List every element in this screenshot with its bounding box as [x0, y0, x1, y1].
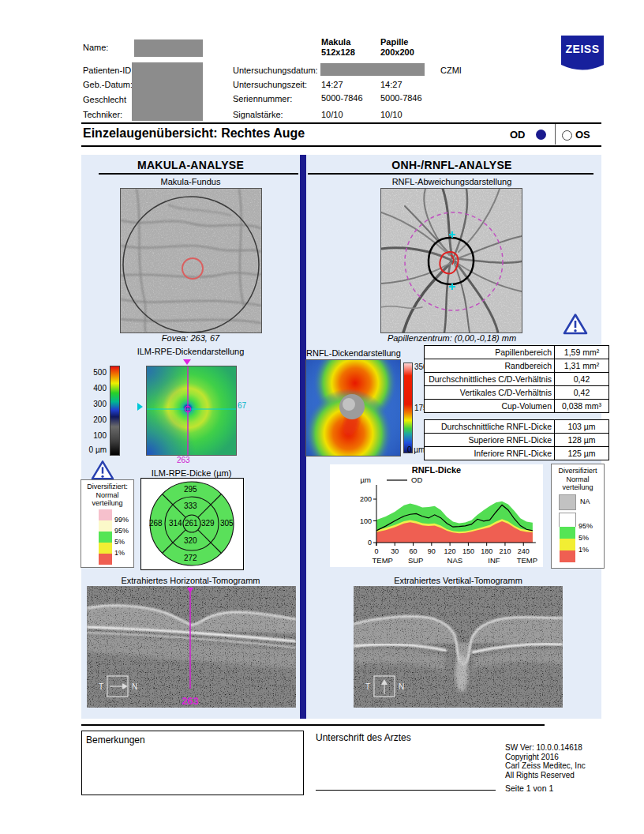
horizontal-tomogram-label: Extrahiertes Horizontal-Tomogramm [81, 576, 300, 586]
legend-colorbar [559, 513, 576, 562]
mac-scale-400: 400 [83, 384, 107, 393]
legend-colorbar [99, 509, 112, 565]
od-radio[interactable] [536, 130, 546, 140]
table-row: Cup-Volumen0,038 mm³ [425, 400, 609, 413]
zeiss-logo: ZEISS [561, 36, 604, 75]
sex-label: Geschlecht [83, 95, 126, 105]
legend-pink-swatch [99, 509, 112, 520]
od-os-divider [555, 124, 556, 145]
rnfl-deviation-label: RNFL-Abweichungsdarstellung [306, 177, 597, 187]
rnfl-chart-title: RNFL-Dicke [330, 464, 543, 475]
rnfl-thickness-colorbar [403, 363, 413, 453]
legend-title-line1: Diversifiziert: [81, 483, 133, 491]
svg-text:TEMP: TEMP [373, 556, 393, 565]
mac-scale-500: 500 [83, 368, 107, 378]
legend-green-swatch [99, 532, 112, 543]
legend-99: 99% [114, 517, 129, 524]
table-row: Inferiore RNFL-Dicke125 µm [425, 447, 609, 460]
rnfl-parameters-table: Durchschnittliche RNFL-Dicke103 µm Super… [424, 419, 609, 460]
svg-text:30: 30 [391, 547, 399, 555]
legend-1: 1% [578, 547, 589, 554]
legend-title-line2: Normal [81, 491, 133, 500]
os-radio[interactable] [562, 130, 572, 141]
etdrs-center: 261 [185, 519, 198, 528]
ilm-rpe-thickness-map [146, 366, 237, 456]
etdrs-outer-temp: 268 [149, 519, 163, 528]
svg-text:100: 100 [360, 517, 372, 525]
legend-title-line2: Normal [552, 475, 604, 484]
makula-section-heading: MAKULA-ANALYSE [81, 159, 300, 171]
os-label: OS [575, 129, 590, 141]
exam-time-papille: 14:27 [380, 80, 402, 90]
exam-time-label: Untersuchungszeit: [233, 80, 307, 90]
device-code: CZMI [440, 66, 462, 76]
legend-title-line3: verteilung [552, 483, 604, 492]
svg-text:TEMP: TEMP [517, 556, 537, 565]
legend-95: 95% [114, 528, 129, 535]
svg-text:T: T [99, 682, 103, 691]
etdrs-inner-inf: 320 [184, 536, 197, 546]
etdrs-inner-temp: 314 [169, 519, 182, 528]
remarks-label: Bemerkungen [86, 734, 145, 746]
legend-white-swatch [559, 513, 576, 527]
makula-fundus-image [120, 188, 262, 333]
legend-1: 1% [114, 550, 125, 557]
svg-text:60: 60 [410, 547, 417, 555]
crosshair-x-value: 263 [177, 456, 190, 465]
crosshair-left-arrow-icon [137, 403, 143, 411]
legend-paleyellow-swatch [99, 520, 112, 532]
vertical-tomogram-image: T N [354, 586, 563, 708]
makula-heading-rule [99, 173, 298, 175]
ilm-rpe-map-label: ILM-RPE-Dickendarstellung [81, 347, 300, 357]
svg-text:0: 0 [374, 547, 378, 555]
rnfl-map-label: RNFL-Dickendarstellung [306, 348, 401, 359]
mac-scale-200: 200 [83, 415, 107, 425]
table-row: Durchschnittliche RNFL-Dicke103 µm [425, 420, 609, 434]
mac-scale-100: 100 [83, 431, 107, 441]
warning-triangle-icon [91, 460, 114, 481]
signature-label: Unterschrift des Arztes [316, 732, 411, 743]
svg-text:T: T [365, 682, 370, 691]
serial-label: Seriennummer: [233, 94, 292, 104]
horizontal-tomogram-image: T N 263 [87, 586, 296, 708]
legend-title-line1: Diversifiziert [552, 467, 604, 475]
svg-text:ZEISS: ZEISS [566, 43, 600, 55]
fovea-caption: Fovea: 263, 67 [81, 333, 300, 344]
legend-95: 95% [578, 523, 593, 530]
mac-scale-0: 0 µm [77, 445, 107, 455]
svg-text:NAS: NAS [447, 556, 463, 565]
serial-makula: 5000-7846 [321, 93, 363, 103]
signal-label: Signalstärke: [233, 110, 283, 120]
legend-title-line3: verteilung [81, 499, 133, 508]
svg-text:OD: OD [411, 475, 422, 484]
etdrs-grid-box: 295 333 268 314 261 329 305 320 272 [140, 478, 244, 570]
legend-red-swatch [99, 554, 112, 565]
rnfl-tsnit-chart: 01002000306090120150180210240TEMPSUPNASI… [330, 475, 543, 566]
page-title: Einzelaugenübersicht: Rechtes Auge [83, 126, 305, 141]
vertical-tomogram-label: Extrahiertes Vertikal-Tomogramm [354, 576, 563, 586]
legend-na-swatch [559, 494, 576, 510]
mac-thickness-colorbar [110, 366, 120, 456]
svg-text:210: 210 [499, 547, 511, 555]
legend-green-swatch [560, 527, 575, 539]
svg-text:180: 180 [481, 547, 492, 555]
exam-date-label: Untersuchungsdatum: [233, 66, 318, 76]
etdrs-outer-inf: 272 [184, 554, 197, 563]
svg-text:200: 200 [360, 495, 372, 503]
table-row: Vertikales C/D-Verhältnis0,42 [425, 386, 609, 400]
svg-text:N: N [399, 682, 404, 691]
legend-yellow-swatch [99, 543, 112, 554]
page-number: Seite 1 von 1 [505, 783, 553, 793]
svg-text:90: 90 [428, 547, 436, 555]
onh-section-heading: ONH-/RNFL-ANALYSE [306, 159, 597, 171]
od-label: OD [510, 129, 526, 141]
svg-text:150: 150 [462, 547, 474, 555]
legend-yellow-swatch [560, 539, 575, 550]
onh-distribution-legend: Diversifiziert Normal verteilung NA 95% … [551, 464, 605, 569]
remarks-box: Bemerkungen [81, 731, 304, 795]
mac-scale-300: 300 [83, 400, 107, 409]
crosshair-y-value: 67 [238, 401, 246, 411]
svg-text:0: 0 [368, 539, 372, 547]
name-redaction [134, 39, 203, 57]
etdrs-inner-sup: 333 [184, 502, 197, 511]
